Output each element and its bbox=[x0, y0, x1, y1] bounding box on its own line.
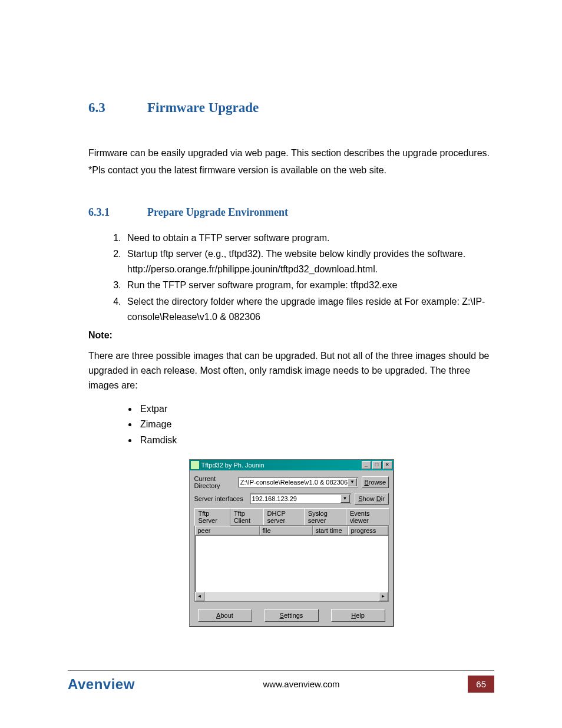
server-if-combo[interactable]: 192.168.123.29 ▼ bbox=[250, 493, 351, 504]
list-item: Ramdisk bbox=[138, 433, 494, 448]
step-item: Need to obtain a TFTP server software pr… bbox=[124, 230, 494, 246]
note-body: There are three possible images that can… bbox=[88, 349, 494, 393]
current-dir-combo[interactable]: Z:\IP-console\Release\v1.0 & 082306 ▼ bbox=[238, 477, 358, 487]
tab-events-viewer[interactable]: Events viewer bbox=[346, 508, 389, 525]
about-button[interactable]: About bbox=[198, 609, 252, 622]
scroll-left-icon[interactable]: ◄ bbox=[195, 592, 204, 601]
current-dir-value: Z:\IP-console\Release\v1.0 & 082306 bbox=[240, 479, 348, 486]
server-if-label: Server interfaces bbox=[194, 495, 246, 502]
subsection-title: Prepare Upgrade Environment bbox=[147, 206, 288, 218]
scroll-right-icon[interactable]: ► bbox=[379, 592, 388, 601]
tftpd32-window: Tftpd32 by Ph. Jounin _ □ × Current Dire… bbox=[189, 459, 394, 627]
tabs: Tftp Server Tftp Client DHCP server Sysl… bbox=[194, 508, 389, 526]
titlebar[interactable]: Tftpd32 by Ph. Jounin _ □ × bbox=[190, 460, 394, 470]
list-item: Zimage bbox=[138, 417, 494, 432]
note-label: Note: bbox=[88, 330, 494, 341]
minimize-button[interactable]: _ bbox=[362, 461, 371, 469]
intro-paragraph-1: Firmware can be easily upgraded via web … bbox=[88, 146, 494, 161]
brand-logo: Avenview bbox=[68, 676, 135, 693]
tab-tftp-client[interactable]: Tftp Client bbox=[230, 508, 264, 525]
page-footer: Avenview www.avenview.com 65 bbox=[68, 670, 494, 693]
list-header: peer file start time progress bbox=[195, 526, 388, 536]
col-progress[interactable]: progress bbox=[348, 526, 388, 535]
steps-list: Need to obtain a TFTP server software pr… bbox=[88, 230, 494, 325]
step-item: Select the directory folder where the up… bbox=[124, 294, 494, 324]
col-start-time[interactable]: start time bbox=[313, 526, 348, 535]
tab-dhcp-server[interactable]: DHCP server bbox=[263, 508, 305, 525]
close-button[interactable]: × bbox=[383, 461, 392, 469]
dropdown-icon[interactable]: ▼ bbox=[348, 478, 357, 486]
current-dir-label: Current Directory bbox=[194, 475, 234, 489]
dropdown-icon[interactable]: ▼ bbox=[340, 495, 350, 503]
footer-url: www.avenview.com bbox=[135, 679, 468, 689]
subsection-heading: 6.3.1Prepare Upgrade Environment bbox=[88, 206, 494, 219]
horizontal-scrollbar[interactable]: ◄ ► bbox=[195, 592, 388, 601]
settings-button[interactable]: Settings bbox=[265, 609, 319, 622]
section-title: Firmware Upgrade bbox=[147, 100, 259, 115]
section-number: 6.3 bbox=[88, 100, 147, 116]
section-heading: 6.3Firmware Upgrade bbox=[88, 100, 494, 116]
browse-label-rest: rowse bbox=[369, 479, 386, 486]
server-if-value: 192.168.123.29 bbox=[252, 495, 340, 502]
col-file[interactable]: file bbox=[260, 526, 313, 535]
step-item: Startup tftp server (e.g., tftpd32). The… bbox=[124, 246, 494, 276]
col-peer[interactable]: peer bbox=[195, 526, 260, 535]
subsection-number: 6.3.1 bbox=[88, 206, 147, 219]
maximize-button[interactable]: □ bbox=[372, 461, 382, 469]
list-panel: peer file start time progress ◄ ► bbox=[194, 525, 389, 602]
step-item: Run the TFTP server software program, fo… bbox=[124, 278, 494, 293]
tab-syslog-server[interactable]: Syslog server bbox=[304, 508, 346, 525]
help-button[interactable]: Help bbox=[331, 609, 385, 622]
list-item: Extpar bbox=[138, 401, 494, 417]
page-number: 65 bbox=[468, 676, 494, 693]
showdir-button[interactable]: Show Dir bbox=[355, 493, 389, 505]
browse-button[interactable]: Browse bbox=[362, 476, 388, 488]
tab-tftp-server[interactable]: Tftp Server bbox=[194, 508, 230, 526]
app-icon bbox=[191, 461, 199, 469]
images-list: Extpar Zimage Ramdisk bbox=[88, 401, 494, 448]
intro-paragraph-2: *Pls contact you the latest firmware ver… bbox=[88, 163, 494, 178]
window-title: Tftpd32 by Ph. Jounin bbox=[201, 462, 362, 469]
